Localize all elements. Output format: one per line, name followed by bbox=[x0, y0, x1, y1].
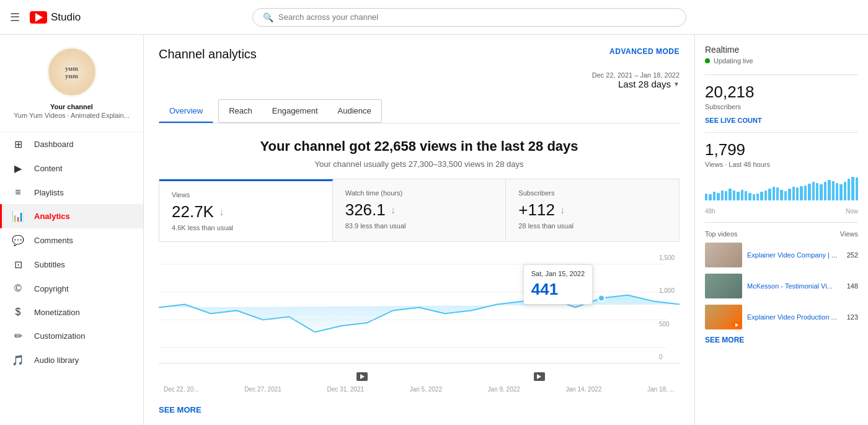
live-label: Updating live bbox=[714, 57, 753, 65]
tab-reach[interactable]: Reach bbox=[219, 100, 262, 122]
realtime-live-status: Updating live bbox=[705, 57, 858, 65]
analytics-icon: 📊 bbox=[12, 210, 24, 222]
mini-bar bbox=[764, 190, 767, 200]
mini-bar bbox=[800, 186, 802, 200]
tabs-container: Overview Reach Engagement Audience bbox=[159, 99, 680, 123]
mini-bar bbox=[728, 189, 731, 200]
x-label: Jan 5, 2022 bbox=[410, 386, 442, 393]
top-video-views: 252 bbox=[847, 251, 858, 259]
date-range-value-text: Last 28 days bbox=[618, 79, 671, 89]
right-panel: Realtime Updating live 20,218 Subscriber… bbox=[694, 35, 868, 425]
top-video-thumbnail bbox=[705, 243, 742, 267]
top-video-item[interactable]: McKesson - Testimonial Vi... 148 bbox=[705, 274, 858, 298]
divider bbox=[705, 74, 858, 75]
mini-bar bbox=[741, 190, 743, 200]
tab-engagement[interactable]: Engagement bbox=[262, 100, 328, 122]
metric-card-subscribers[interactable]: Subscribers +112 ↓ 28 less than usual bbox=[506, 179, 679, 241]
metric-card-views[interactable]: Views 22.7K ↓ 4.6K less than usual bbox=[159, 179, 333, 241]
copyright-icon: © bbox=[12, 283, 24, 294]
realtime-header: Realtime bbox=[705, 45, 858, 55]
sidebar-item-label: Audio library bbox=[34, 356, 79, 365]
mini-bar bbox=[709, 194, 711, 200]
mini-bar bbox=[820, 184, 822, 200]
see-live-count-button[interactable]: SEE LIVE COUNT bbox=[705, 117, 762, 124]
mini-bar bbox=[792, 187, 795, 200]
mini-bar bbox=[812, 182, 815, 200]
sidebar-item-copyright[interactable]: © Copyright bbox=[0, 277, 143, 300]
menu-icon[interactable]: ☰ bbox=[10, 11, 20, 24]
mini-bar bbox=[832, 181, 835, 200]
top-videos-views-label: Views bbox=[840, 230, 858, 238]
date-range: Dec 22, 2021 – Jan 18, 2022 Last 28 days… bbox=[592, 71, 680, 89]
metric-card-watch-time[interactable]: Watch time (hours) 326.1 ↓ 83.9 less tha… bbox=[333, 179, 507, 241]
metric-value: +112 ↓ bbox=[518, 200, 666, 220]
live-dot bbox=[705, 58, 710, 63]
subscribers-label: Subscribers bbox=[705, 103, 858, 110]
metric-change: 83.9 less than usual bbox=[345, 222, 494, 230]
mini-bar bbox=[808, 184, 810, 200]
video-marker bbox=[356, 372, 368, 381]
sidebar-item-monetization[interactable]: $ Monetization bbox=[0, 300, 143, 324]
chart-tooltip-dot bbox=[598, 295, 605, 302]
top-videos-label: Top videos bbox=[705, 230, 738, 238]
search-input[interactable] bbox=[278, 12, 676, 22]
advanced-mode-button[interactable]: ADVANCED MODE bbox=[609, 47, 680, 56]
yt-logo: Studio bbox=[30, 11, 81, 24]
metric-value: 326.1 ↓ bbox=[345, 200, 494, 220]
mini-bar bbox=[824, 182, 826, 200]
metric-trend-icon: ↓ bbox=[560, 205, 565, 216]
top-video-item[interactable]: Explainer Video Company | ... 252 bbox=[705, 243, 858, 267]
sidebar-item-customization[interactable]: ✏ Customization bbox=[0, 324, 143, 348]
x-label: Jan 14, 2022 bbox=[566, 386, 602, 393]
top-video-title: Explainer Video Production ... bbox=[747, 313, 842, 321]
mini-bar bbox=[760, 192, 763, 200]
sidebar-item-audio-library[interactable]: 🎵 Audio library bbox=[0, 348, 143, 372]
sidebar-item-content[interactable]: ▶ Content bbox=[0, 156, 143, 181]
sidebar-item-label: Content bbox=[34, 164, 63, 173]
tab-overview[interactable]: Overview bbox=[159, 99, 213, 123]
analytics-header: Channel analytics ADVANCED MODE bbox=[159, 47, 680, 61]
tooltip-date: Sat, Jan 15, 2022 bbox=[531, 270, 585, 277]
sidebar-item-comments[interactable]: 💬 Comments bbox=[0, 228, 143, 253]
top-video-views: 148 bbox=[847, 282, 858, 290]
mini-bar bbox=[780, 190, 782, 200]
top-video-item[interactable]: Explainer Video Production ... 123 bbox=[705, 305, 858, 329]
chart-xaxis: Dec 22, 20... Dec 27, 2021 Dec 31, 2021 … bbox=[159, 383, 680, 395]
tab-audience[interactable]: Audience bbox=[328, 100, 381, 122]
sidebar-item-analytics[interactable]: 📊 Analytics bbox=[0, 204, 143, 228]
hero-title: Your channel got 22,658 views in the las… bbox=[159, 138, 680, 154]
time-labels: 48h Now bbox=[705, 208, 858, 215]
mini-bar bbox=[737, 192, 739, 200]
sidebar-item-label: Playlists bbox=[34, 188, 64, 197]
metric-label: Views bbox=[172, 191, 320, 199]
mini-bar bbox=[721, 190, 724, 200]
sidebar-item-label: Analytics bbox=[34, 212, 70, 221]
see-more-rt-button[interactable]: SEE MORE bbox=[705, 336, 858, 344]
sidebar-item-subtitles[interactable]: ⊡ Subtitles bbox=[0, 253, 143, 277]
channel-name: Yum Yum Videos · Animated Explain... bbox=[10, 112, 133, 119]
page-title: Channel analytics bbox=[159, 47, 257, 61]
mini-bar bbox=[848, 179, 850, 200]
sidebar-item-playlists[interactable]: ≡ Playlists bbox=[0, 181, 143, 204]
metric-number: +112 bbox=[518, 200, 555, 220]
sidebar-item-label: Customization bbox=[34, 331, 85, 341]
date-range-selector[interactable]: Last 28 days ▼ bbox=[592, 79, 680, 89]
monetization-icon: $ bbox=[12, 306, 24, 318]
see-more-button[interactable]: SEE MORE bbox=[159, 400, 202, 419]
nav-menu: ⊞ Dashboard ▶ Content ≡ Playlists 📊 Anal… bbox=[0, 132, 143, 372]
time-label-start: 48h bbox=[705, 208, 715, 215]
top-video-thumbnail bbox=[705, 305, 742, 329]
hero-section: Your channel got 22,658 views in the las… bbox=[159, 123, 680, 179]
top-video-thumbnail bbox=[705, 274, 742, 298]
mini-bar bbox=[748, 193, 751, 200]
divider bbox=[705, 132, 858, 133]
mini-bar bbox=[851, 177, 854, 200]
sidebar-item-label: Monetization bbox=[34, 308, 80, 317]
subtitles-icon: ⊡ bbox=[12, 259, 24, 271]
sidebar-item-dashboard[interactable]: ⊞ Dashboard bbox=[0, 132, 143, 156]
views-label: Views · Last 48 hours bbox=[705, 161, 858, 168]
tooltip-value: 441 bbox=[531, 280, 585, 299]
metric-number: 326.1 bbox=[345, 200, 386, 220]
sidebar-item-label: Comments bbox=[34, 236, 73, 245]
mini-bar bbox=[713, 192, 715, 200]
